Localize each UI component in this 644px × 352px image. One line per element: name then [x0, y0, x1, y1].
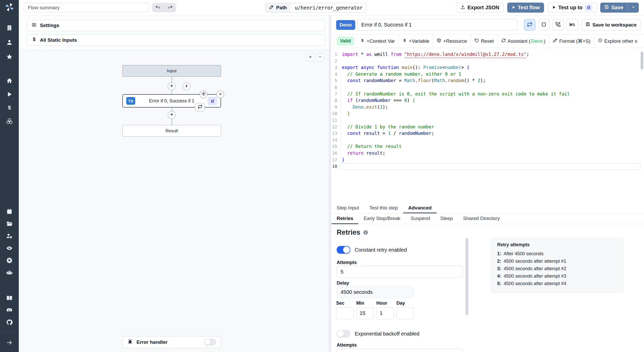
- graph-node-input[interactable]: Input: [122, 65, 221, 77]
- package-icon: [437, 38, 441, 44]
- time-field-hour: Hour: [376, 301, 394, 319]
- flow-graph-canvas[interactable]: Input TS Error if 0, Success if 1 d Resu…: [19, 50, 329, 352]
- sidebar-item-dollar[interactable]: $: [0, 102, 19, 114]
- toolbar-resetbutton[interactable]: Reset: [471, 34, 497, 48]
- code-editor[interactable]: 1import * as wmill from "https://deno.la…: [331, 48, 644, 203]
- sidebar-item-windmill-logo[interactable]: [0, 2, 19, 14]
- test-up-to-button[interactable]: Test up to d: [548, 3, 597, 13]
- delete-step-button[interactable]: [216, 91, 224, 98]
- folder-icon: [6, 221, 13, 228]
- path-field[interactable]: Path u/henri/error_generator: [265, 3, 367, 13]
- retry-summary-item: 5:4500 seconds after attempt #4: [497, 280, 617, 287]
- sidebar-item-discord[interactable]: [0, 305, 19, 316]
- constant-retry-toggle[interactable]: [337, 246, 350, 254]
- time-input-min[interactable]: [356, 307, 374, 319]
- info-icon[interactable]: [363, 230, 368, 235]
- graph-node-step[interactable]: TS Error if 0, Success if 1 d: [122, 94, 221, 108]
- repeat-setting-button[interactable]: [524, 19, 536, 31]
- sidebar-item-home[interactable]: [0, 75, 19, 87]
- sidebar-item-building[interactable]: [0, 22, 19, 34]
- sidebar-item-play[interactable]: [0, 89, 19, 101]
- home-icon: [6, 77, 13, 85]
- toolbar-explore-other-sbutton[interactable]: Explore other s: [594, 34, 641, 48]
- subtab-suspend[interactable]: Suspend: [405, 214, 435, 224]
- phone-incoming-setting-button[interactable]: [552, 19, 564, 31]
- add-step-button[interactable]: [168, 82, 176, 90]
- add-step-button[interactable]: [168, 111, 176, 119]
- delay-input[interactable]: [337, 286, 413, 298]
- toolbar-format-s-button[interactable]: Format (⌘+S): [549, 34, 594, 48]
- sidebar-item-calendar[interactable]: [0, 206, 19, 218]
- target-icon: [598, 38, 603, 44]
- sliders-icon: [31, 22, 37, 29]
- error-handler-toggle[interactable]: [204, 339, 216, 346]
- subtab-early-stop-break[interactable]: Early Stop/Break: [358, 214, 405, 224]
- time-field-sec: Sec: [336, 301, 354, 319]
- exponential-backoff-toggle[interactable]: [337, 330, 350, 338]
- tab-test-this-step[interactable]: Test this step: [364, 203, 403, 213]
- retry-summary-item: 3:4500 seconds after attempt #2: [497, 265, 617, 272]
- sidebar-item-star[interactable]: [0, 51, 19, 63]
- save-dropdown-button[interactable]: [628, 3, 639, 13]
- code-line-15: 15 // Return the result: [331, 143, 644, 150]
- trigger-button[interactable]: [183, 82, 191, 90]
- play-icon: [512, 5, 515, 11]
- retry-indicator-button[interactable]: [195, 103, 205, 111]
- time-field-day: Day: [396, 301, 414, 319]
- flow-settings-button[interactable]: Settings: [27, 20, 325, 31]
- sidebar-item-github[interactable]: [0, 317, 19, 329]
- constant-retry-label: Constant retry enabled: [355, 247, 407, 253]
- sidebar-item-book[interactable]: [0, 293, 19, 304]
- time-input-day[interactable]: [396, 307, 414, 319]
- square-icon: [541, 22, 547, 28]
- time-input-hour[interactable]: [376, 307, 394, 319]
- subtab-shared-directory[interactable]: Shared Directory: [458, 214, 505, 224]
- sidebar-item-users-cog[interactable]: [0, 231, 19, 242]
- boxes-icon: [6, 118, 13, 125]
- time-input-sec[interactable]: [336, 307, 354, 319]
- subtab-sleep[interactable]: Sleep: [435, 214, 458, 224]
- toolbar--resourcebutton[interactable]: +Resource: [433, 34, 470, 48]
- tab-advanced[interactable]: Advanced: [403, 203, 437, 213]
- attempts-input[interactable]: [337, 266, 463, 278]
- close-icon: [218, 92, 222, 97]
- toolbar--context-varbutton[interactable]: $+Context Var: [356, 34, 399, 48]
- save-button[interactable]: Save: [600, 3, 628, 13]
- save-to-workspace-button[interactable]: Save to workspace: [581, 19, 641, 31]
- editor-scrollbar[interactable]: [641, 51, 643, 69]
- zoom-in-button[interactable]: [307, 54, 314, 61]
- tab-step-input[interactable]: Step Input: [332, 203, 364, 213]
- sidebar-item-folder[interactable]: [0, 218, 19, 230]
- test-flow-button[interactable]: Test flow: [507, 3, 544, 13]
- path-value[interactable]: u/henri/error_generator: [291, 5, 367, 11]
- subtab-retries[interactable]: Retries: [332, 214, 358, 224]
- toolbar--variablebutton[interactable]: $+Variable: [399, 34, 433, 48]
- flow-summary-input[interactable]: [24, 3, 148, 12]
- retries-scrollbar[interactable]: [465, 238, 468, 315]
- sidebar-item-boxes[interactable]: [0, 116, 19, 127]
- undo-redo-group: [152, 3, 176, 12]
- panel-divider[interactable]: [329, 15, 331, 352]
- graph-node-result[interactable]: Result: [122, 125, 221, 137]
- export-json-button[interactable]: Export JSON: [456, 3, 504, 13]
- exponential-backoff-row: Exponential backoff enabled: [337, 330, 419, 338]
- step-name-input[interactable]: [357, 19, 518, 31]
- sidebar-item-user[interactable]: [0, 37, 19, 49]
- redo-button[interactable]: [164, 3, 176, 12]
- square-setting-button[interactable]: [538, 19, 550, 31]
- sidebar-item-arrow-right[interactable]: [0, 337, 19, 349]
- sidebar-item-settings[interactable]: [0, 255, 19, 267]
- sidebar-item-eye[interactable]: [0, 243, 19, 254]
- all-static-inputs-button[interactable]: $ All Static Inputs: [27, 34, 325, 46]
- svg-text:$: $: [404, 38, 406, 42]
- zoom-out-button[interactable]: [316, 54, 324, 61]
- move-step-button[interactable]: [200, 91, 207, 98]
- sidebar-item-bot[interactable]: [0, 267, 19, 279]
- undo-button[interactable]: [152, 3, 164, 12]
- error-handler-node[interactable]: Error handler: [122, 336, 221, 348]
- bug-icon: [127, 339, 133, 346]
- dollar-icon: $: [360, 38, 365, 44]
- bed-setting-button[interactable]: [566, 19, 578, 31]
- next-attempts-input[interactable]: [337, 349, 463, 352]
- toolbar-assistant-button[interactable]: Assistant (Deno): [497, 34, 549, 48]
